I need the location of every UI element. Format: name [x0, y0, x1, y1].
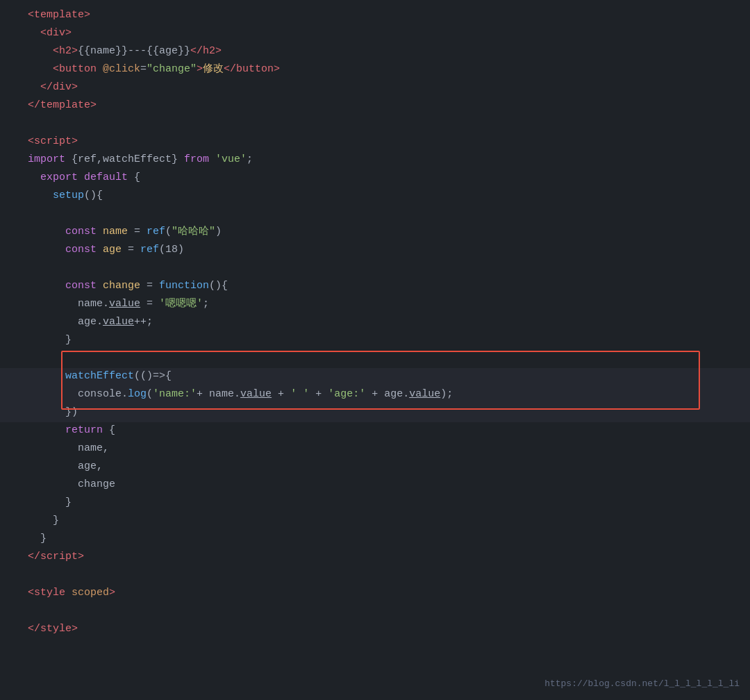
line-23: }) — [0, 404, 750, 422]
line-4: <button @click="change">修改</button> — [0, 61, 750, 79]
line-2: <div> — [0, 25, 750, 43]
line-30: } — [0, 531, 750, 549]
line-19: } — [0, 332, 750, 350]
line-13: const name = ref("哈哈哈") — [0, 224, 750, 242]
line-6: </template> — [0, 97, 750, 115]
line-9: import {ref,watchEffect} from 'vue'; — [0, 151, 750, 169]
line-18: age.value++; — [0, 314, 750, 332]
line-32 — [0, 567, 750, 585]
line-8: <script> — [0, 133, 750, 151]
line-21: watchEffect(()=>{ — [0, 368, 750, 386]
line-17: name.value = '嗯嗯嗯'; — [0, 296, 750, 314]
line-15 — [0, 260, 750, 278]
line-14: const age = ref(18) — [0, 242, 750, 260]
line-25: name, — [0, 440, 750, 458]
line-29: } — [0, 512, 750, 531]
line-3: <h2>{{name}}---{{age}}</h2> — [0, 43, 750, 61]
line-28: } — [0, 494, 750, 512]
line-1: <template> — [0, 7, 750, 25]
line-34 — [0, 603, 750, 621]
line-35: </style> — [0, 621, 750, 639]
line-33: <style scoped> — [0, 585, 750, 603]
line-26: age, — [0, 458, 750, 476]
url-watermark: https://blog.csdn.net/l_l_l_l_l_l_li — [544, 677, 740, 692]
line-20 — [0, 350, 750, 368]
line-5: </div> — [0, 79, 750, 97]
line-22: console.log('name:'+ name.value + ' ' + … — [0, 386, 750, 404]
line-12 — [0, 206, 750, 224]
code-editor: <template> <div> <h2>{{name}}---{{age}}<… — [0, 0, 750, 646]
line-16: const change = function(){ — [0, 278, 750, 296]
line-10: export default { — [0, 169, 750, 188]
line-24: return { — [0, 422, 750, 440]
line-11: setup(){ — [0, 188, 750, 206]
line-31: </script> — [0, 549, 750, 567]
line-7 — [0, 115, 750, 133]
line-27: change — [0, 476, 750, 494]
